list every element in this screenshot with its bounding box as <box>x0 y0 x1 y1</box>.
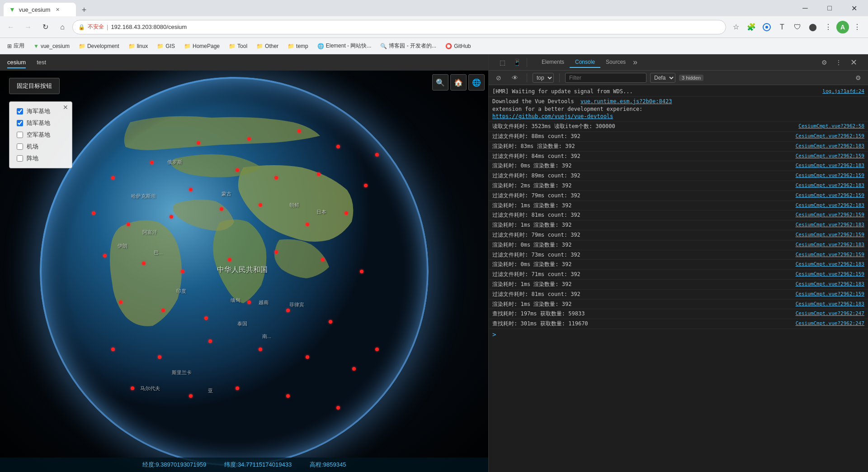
tab-test[interactable]: test <box>37 57 46 68</box>
active-tab[interactable]: ▼ vue_cesium ✕ <box>4 3 76 16</box>
layer-checkbox-navy[interactable] <box>17 108 23 114</box>
title-bar: ▼ vue_cesium ✕ + ─ □ ✕ <box>0 0 868 16</box>
longitude-display: 经度:9.38970193071959 <box>142 461 207 469</box>
layer-item-airforce[interactable]: 空军基地 <box>17 131 65 139</box>
new-tab-button[interactable]: + <box>78 4 90 16</box>
console-source-r3[interactable]: CesiumCmpt.vue?2962:183 <box>796 182 864 189</box>
more-vertical-icon[interactable]: ⋮ <box>832 56 845 69</box>
chrome-icon[interactable] <box>760 20 774 34</box>
tab-sources[interactable]: Sources <box>600 57 631 68</box>
bookmark-star-icon[interactable]: ☆ <box>729 20 743 34</box>
lastpass-icon[interactable]: ⬤ <box>806 20 820 34</box>
bookmark-development[interactable]: 📁 Development <box>75 41 123 51</box>
console-source-r6[interactable]: CesiumCmpt.vue?2962:183 <box>796 241 864 248</box>
tab-elements[interactable]: Elements <box>536 57 570 68</box>
console-source-f1[interactable]: CesiumCmpt.vue?2962:159 <box>796 133 864 139</box>
menu-button[interactable]: ⋮ <box>850 20 864 34</box>
device-mode-icon[interactable]: 📱 <box>510 56 523 69</box>
block-icon[interactable]: ⊘ <box>492 72 505 84</box>
layer-panel-close-button[interactable]: ✕ <box>63 104 68 111</box>
console-source-r7[interactable]: CesiumCmpt.vue?2962:183 <box>796 261 864 267</box>
level-select[interactable]: Defa <box>650 73 675 83</box>
eye-icon[interactable]: 👁 <box>509 72 521 84</box>
extensions-icon[interactable]: 🧩 <box>744 20 759 34</box>
layer-checkbox-army[interactable] <box>17 120 23 126</box>
console-source-r1[interactable]: CesiumCmpt.vue?2962:183 <box>796 143 864 149</box>
more-tools-icon[interactable]: ⋮ <box>821 20 835 34</box>
url-bar[interactable]: 🔒 不安全 | 192.168.43.203:8080/cesium <box>72 20 726 34</box>
console-source-f4[interactable]: CesiumCmpt.vue?2962:159 <box>796 192 864 199</box>
reload-button[interactable]: ↻ <box>38 20 52 34</box>
bookmark-homepage[interactable]: 📁 HomePage <box>180 41 223 51</box>
folder-icon-3: 📁 <box>157 43 164 49</box>
console-source-1[interactable]: log.js?1afd:24 <box>822 88 864 95</box>
bookmark-tool[interactable]: 📁 Tool <box>225 41 251 51</box>
console-source-f7[interactable]: CesiumCmpt.vue?2962:159 <box>796 251 864 258</box>
console-source-f8[interactable]: CesiumCmpt.vue?2962:159 <box>796 271 864 277</box>
github-link[interactable]: https://github.com/vuejs/vue-devtools <box>492 113 613 119</box>
home-tool-button[interactable]: 🏠 <box>450 74 467 91</box>
shield-icon[interactable]: 🛡 <box>790 20 805 34</box>
console-source-r9[interactable]: CesiumCmpt.vue?2962:183 <box>796 300 864 307</box>
tab-cesium[interactable]: cesium <box>7 57 26 68</box>
console-source-f9[interactable]: CesiumCmpt.vue?2962:159 <box>796 291 864 297</box>
bookmark-github[interactable]: ⭕ GitHub <box>442 41 474 51</box>
bookmark-other[interactable]: 📁 Other <box>253 41 282 51</box>
settings-cog-icon[interactable]: ⚙ <box>852 72 864 84</box>
console-line-f4: 过滤文件耗时: 79ms count: 392 CesiumCmpt.vue?2… <box>489 191 868 201</box>
layer-checkbox-airforce[interactable] <box>17 132 23 138</box>
bookmark-apps[interactable]: ⊞ 应用 <box>4 40 28 52</box>
layer-checkbox-airport[interactable] <box>17 143 23 150</box>
layer-panel: ✕ 海军基地 陆军基地 空军基地 机场 <box>9 101 72 168</box>
close-button[interactable]: ✕ <box>844 0 864 16</box>
bookmark-gis[interactable]: 📁 GIS <box>153 41 179 51</box>
maximize-button[interactable]: □ <box>819 0 840 16</box>
bookmark-linux[interactable]: 📁 linux <box>125 41 152 51</box>
console-source-search1[interactable]: CesiumCmpt.vue?2962:247 <box>796 310 864 317</box>
devtools-link[interactable]: vue.runtime.esm.js?2b0e:8423 <box>580 98 672 105</box>
layer-item-navy[interactable]: 海军基地 <box>17 107 65 115</box>
minimize-button[interactable]: ─ <box>795 0 816 16</box>
folder-icon: 📁 <box>79 43 85 49</box>
console-line-search1: 查找耗时: 197ms 获取数量: 59833 CesiumCmpt.vue?2… <box>489 309 868 319</box>
home-button[interactable]: ⌂ <box>55 20 70 34</box>
console-msg-r5: 渲染耗时: 1ms 渲染数量: 392 <box>492 221 792 229</box>
forward-button[interactable]: → <box>21 20 35 34</box>
tab-console[interactable]: Console <box>570 57 600 68</box>
devtools-close-button[interactable]: ✕ <box>847 57 861 67</box>
console-source-f2[interactable]: CesiumCmpt.vue?2962:159 <box>796 153 864 159</box>
fixed-target-button[interactable]: 固定目标按钮 <box>9 78 60 94</box>
console-source-r5[interactable]: CesiumCmpt.vue?2962:183 <box>796 221 864 228</box>
layer-checkbox-camp[interactable] <box>17 155 23 162</box>
console-source-r8[interactable]: CesiumCmpt.vue?2962:183 <box>796 281 864 287</box>
console-source-f5[interactable]: CesiumCmpt.vue?2962:159 <box>796 211 864 218</box>
inspect-element-icon[interactable]: ⬚ <box>496 56 509 69</box>
console-source-f6[interactable]: CesiumCmpt.vue?2962:159 <box>796 231 864 238</box>
context-select[interactable]: top <box>533 73 554 83</box>
globe-tool-button[interactable]: 🌐 <box>468 74 485 91</box>
console-filter-input[interactable] <box>565 73 646 83</box>
bookmark-vue-cesium[interactable]: ▼ vue_cesium <box>30 41 73 51</box>
layer-item-airport[interactable]: 机场 <box>17 143 65 151</box>
console-source-search2[interactable]: CesiumCmpt.vue?2962:247 <box>796 320 864 327</box>
console-source-read[interactable]: CesiumCmpt.vue?2962:58 <box>798 123 864 129</box>
console-source-r2[interactable]: CesiumCmpt.vue?2962:183 <box>796 162 864 169</box>
more-tabs-button[interactable]: » <box>631 57 639 67</box>
folder-icon-5: 📁 <box>229 43 236 49</box>
bookmark-blog[interactable]: 🔍 博客园 - 开发者的... <box>377 40 440 52</box>
translate-icon[interactable]: T <box>775 20 789 34</box>
search-tool-button[interactable]: 🔍 <box>432 74 448 91</box>
back-button[interactable]: ← <box>4 20 18 34</box>
bookmark-element[interactable]: 🌐 Element - 网站快... <box>314 40 375 52</box>
layer-item-camp[interactable]: 阵地 <box>17 154 65 162</box>
tab-close-button[interactable]: ✕ <box>54 6 61 13</box>
bookmark-temp[interactable]: 📁 temp <box>284 41 312 51</box>
settings-icon[interactable]: ⚙ <box>818 56 830 69</box>
console-source-f3[interactable]: CesiumCmpt.vue?2962:159 <box>796 172 864 179</box>
globe-container[interactable]: 俄罗斯 中华人民共和国 哈萨克斯坦 蒙古 印度 伊朗 阿富汗 巴... 缅甸 越… <box>0 71 488 472</box>
console-msg-f5: 过滤文件耗时: 81ms count: 392 <box>492 211 792 219</box>
layer-item-army[interactable]: 陆军基地 <box>17 119 65 127</box>
console-line-r9: 渲染耗时: 1ms 渲染数量: 392 CesiumCmpt.vue?2962:… <box>489 300 868 310</box>
profile-avatar[interactable]: A <box>836 21 849 33</box>
console-source-r4[interactable]: CesiumCmpt.vue?2962:183 <box>796 202 864 209</box>
